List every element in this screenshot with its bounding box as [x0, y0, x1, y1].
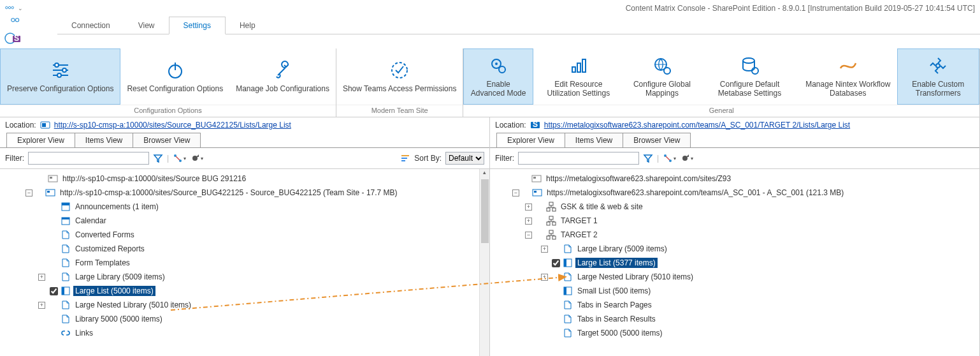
sort-icon[interactable]	[400, 153, 410, 163]
expander-minus[interactable]: −	[525, 232, 532, 239]
expander-plus[interactable]: +	[541, 246, 548, 253]
right-tree[interactable]: https://metalogixsoftware623.sharepoint.…	[490, 169, 979, 356]
quick-access-toolbar: ⌄	[5, 3, 23, 14]
ribbon-enable-transformers[interactable]: Enable Custom Transformers	[897, 48, 979, 105]
database-gear-icon	[740, 56, 760, 76]
links-icon	[61, 328, 71, 338]
connect-icon[interactable]: ▾	[173, 153, 186, 163]
tree-node-r-tabssp[interactable]: Tabs in Search Pages	[575, 300, 654, 310]
tree-node-r-llist[interactable]: Large List (5377 items)	[575, 258, 658, 268]
library-icon	[61, 244, 71, 254]
workflow-icon	[838, 56, 858, 76]
tree-node-target2[interactable]: TARGET 2	[559, 230, 600, 240]
library-icon	[563, 314, 573, 324]
list-icon	[61, 286, 71, 296]
left-tab-browser[interactable]: Browser View	[133, 133, 201, 147]
tab-help[interactable]: Help	[226, 17, 270, 34]
tree-node-r-small[interactable]: Small List (500 items)	[575, 286, 652, 296]
ribbon-enable-adv-label: Enable Advanced Mode	[470, 80, 526, 98]
svg-point-27	[936, 64, 940, 68]
subsite-icon	[546, 216, 556, 226]
connect-icon[interactable]: ▾	[663, 153, 676, 163]
svg-rect-39	[47, 191, 50, 193]
expander-minus[interactable]: −	[512, 189, 519, 197]
tree-node-site2[interactable]: http://s-sp10-cmsp-a:10000/sites/Source_…	[58, 188, 400, 198]
right-tab-items[interactable]: Items View	[565, 133, 623, 147]
left-tab-items[interactable]: Items View	[75, 133, 133, 147]
filter-input-left[interactable]	[28, 152, 149, 165]
tree-node-r-t5000[interactable]: Target 5000 (5000 items)	[575, 328, 664, 338]
tree-node-announcements[interactable]: Announcements (1 item)	[73, 202, 161, 212]
tree-node-form-templates[interactable]: Form Templates	[73, 258, 132, 268]
tree-node-z93[interactable]: https://metalogixsoftware623.sharepoint.…	[544, 174, 733, 184]
ribbon-reset-config[interactable]: Reset Configuration Options	[120, 48, 229, 105]
svg-rect-62	[552, 222, 556, 225]
site-collection-icon	[531, 174, 542, 184]
expander-plus[interactable]: +	[525, 204, 532, 211]
power-icon	[165, 60, 185, 80]
svg-point-0	[6, 6, 8, 9]
filter-input-right[interactable]	[518, 152, 639, 165]
funnel-icon[interactable]	[643, 153, 653, 163]
tree-node-calendar[interactable]: Calendar	[73, 216, 108, 226]
ribbon-edit-resource[interactable]: Edit Resource Utilization Settings	[533, 48, 624, 105]
ribbon-enable-advanced[interactable]: Enable Advanced Mode	[463, 48, 533, 105]
tab-settings[interactable]: Settings	[169, 17, 226, 34]
checkbox-large-list-target[interactable]	[552, 259, 560, 267]
tree-node-large-nested[interactable]: Large Nested Library (5010 items)	[73, 300, 193, 310]
tree-node-links[interactable]: Links	[73, 328, 95, 338]
list-icon	[563, 286, 573, 296]
sort-select-left[interactable]: Default	[445, 152, 484, 165]
tree-node-site1[interactable]: http://s-sp10-cmsp-a:10000/sites/Source …	[61, 174, 248, 184]
tree-node-r-tabssr[interactable]: Tabs in Search Results	[575, 314, 658, 324]
expander-plus[interactable]: +	[38, 274, 45, 281]
check-circle-icon	[389, 60, 410, 80]
ribbon-manage-nintex[interactable]: Manage Nintex Workflow Databases	[799, 48, 897, 105]
expander-plus[interactable]: +	[541, 274, 548, 281]
tab-view[interactable]: View	[124, 17, 169, 34]
location-link-left[interactable]: http://s-sp10-cmsp-a:10000/sites/Source_…	[54, 121, 291, 130]
tree-node-r-llib[interactable]: Large Library (5009 items)	[575, 244, 669, 254]
right-tab-browser[interactable]: Browser View	[623, 133, 691, 147]
expander-minus[interactable]: −	[25, 189, 32, 197]
ribbon-show-teams[interactable]: Show Teams Access Permissions	[336, 48, 463, 105]
qat-dropdown-icon[interactable]: ⌄	[18, 5, 23, 11]
refresh-icon[interactable]: ▾	[190, 153, 203, 163]
expander-plus[interactable]: +	[525, 218, 532, 225]
location-link-right[interactable]: https://metalogixsoftware623.sharepoint.…	[544, 121, 850, 130]
svg-text:S: S	[533, 120, 538, 129]
tree-node-r-lnested[interactable]: Large Nested Library (5010 items)	[575, 272, 695, 282]
tree-node-gsk[interactable]: GSK & title & web & site	[559, 202, 645, 212]
tree-node-converted[interactable]: Converted Forms	[73, 230, 136, 240]
library-icon	[61, 300, 71, 310]
ribbon-manage-job[interactable]: Manage Job Configurations	[229, 48, 336, 105]
library-icon	[563, 300, 573, 310]
left-tab-explorer[interactable]: Explorer View	[6, 133, 75, 147]
tab-connection[interactable]: Connection	[57, 17, 124, 34]
ribbon-preserve-config[interactable]: Preserve Configuration Options	[0, 48, 120, 105]
library-icon	[61, 230, 71, 240]
ribbon-configure-global[interactable]: Configure Global Mappings	[624, 48, 700, 105]
ribbon: Preserve Configuration Options Reset Con…	[0, 48, 980, 117]
tree-node-library5000[interactable]: Library 5000 (5000 items)	[73, 314, 164, 324]
tree-node-large-library[interactable]: Large Library (5009 items)	[73, 272, 167, 282]
svg-rect-65	[552, 236, 556, 239]
tree-node-target1[interactable]: TARGET 1	[559, 216, 600, 226]
filter-label-right: Filter:	[495, 154, 514, 163]
right-tab-explorer[interactable]: Explorer View	[496, 133, 565, 147]
left-tree[interactable]: http://s-sp10-cmsp-a:10000/sites/Source …	[0, 169, 489, 356]
svg-point-26	[752, 68, 758, 74]
site-collection-icon	[532, 188, 542, 198]
tree-node-asc001[interactable]: https://metalogixsoftware623.sharepoint.…	[545, 188, 846, 198]
checkbox-large-list[interactable]	[50, 287, 58, 295]
tree-node-customized[interactable]: Customized Reports	[73, 244, 147, 254]
svg-point-2	[11, 6, 14, 9]
refresh-icon[interactable]: ▾	[680, 153, 693, 163]
tree-node-large-list[interactable]: Large List (5000 items)	[73, 286, 155, 296]
ribbon-configure-metabase[interactable]: Configure Default Metabase Settings	[700, 48, 799, 105]
funnel-icon[interactable]	[153, 153, 163, 163]
svg-rect-60	[549, 216, 553, 219]
window-title: Content Matrix Console - SharePoint Edit…	[626, 4, 975, 13]
expander-plus[interactable]: +	[38, 302, 45, 309]
ribbon-conf-meta-label: Configure Default Metabase Settings	[707, 80, 793, 98]
